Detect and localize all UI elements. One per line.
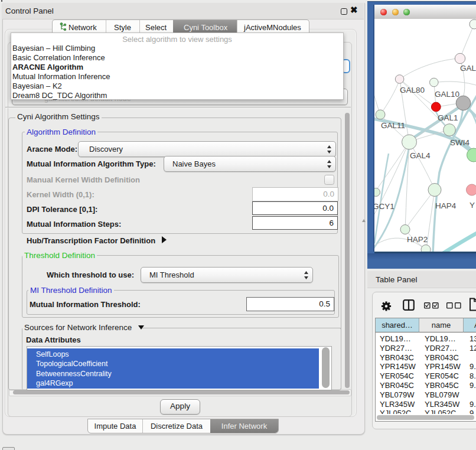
svg-text:GAL1: GAL1 — [438, 113, 458, 122]
svg-text:GCY1: GCY1 — [374, 202, 395, 211]
svg-text:HAP4: HAP4 — [435, 201, 457, 210]
svg-text:GAL11: GAL11 — [381, 121, 405, 130]
svg-text:Y: Y — [470, 201, 475, 210]
svg-text:GAL80: GAL80 — [400, 86, 425, 94]
svg-text:GAL7: GAL7 — [460, 64, 476, 73]
svg-text:SWI4: SWI4 — [450, 138, 470, 147]
svg-text:GAL4: GAL4 — [410, 151, 431, 160]
svg-text:HAP2: HAP2 — [407, 235, 428, 244]
svg-text:GAL10: GAL10 — [435, 90, 459, 99]
